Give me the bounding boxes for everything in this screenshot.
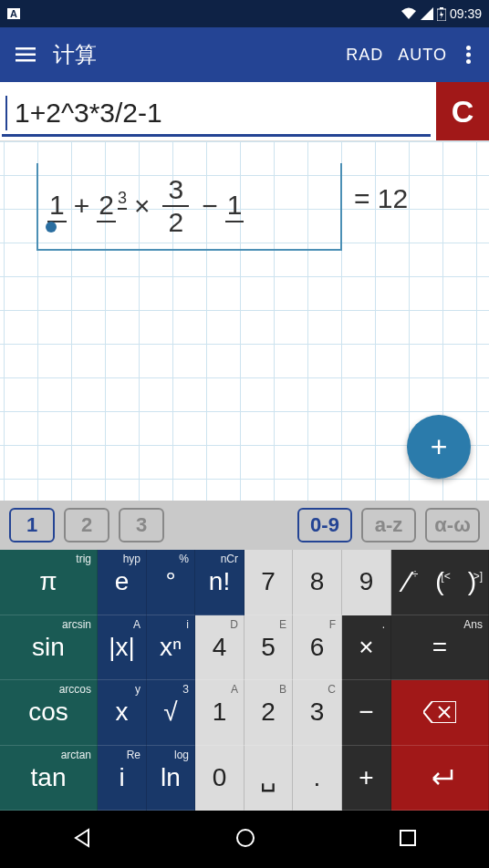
key-3[interactable]: C3 <box>293 680 342 746</box>
input-row: 1+2^3*3/2-1 C <box>0 82 489 141</box>
svg-rect-2 <box>16 47 36 50</box>
back-button[interactable] <box>72 828 92 852</box>
signal-icon <box>421 7 433 20</box>
svg-rect-9 <box>401 831 415 845</box>
enter-icon <box>426 768 453 788</box>
key-5[interactable]: E5 <box>244 615 293 681</box>
auto-mode-button[interactable]: AUTO <box>390 46 454 65</box>
key-minus[interactable]: − <box>342 680 391 746</box>
key-cos[interactable]: arccoscos <box>0 680 98 746</box>
angle-mode-button[interactable]: RAD <box>338 46 390 65</box>
key-div-paren[interactable]: ÷∕ [<( >]) <box>391 550 489 615</box>
svg-point-7 <box>466 59 471 64</box>
key-enter[interactable] <box>391 746 489 811</box>
key-backspace[interactable] <box>391 680 489 746</box>
page-chip-1[interactable]: 1 <box>9 508 55 542</box>
mode-chip-greek[interactable]: α-ω <box>425 508 480 542</box>
mode-chip-alpha[interactable]: a-z <box>361 508 416 542</box>
term-b: 2 <box>97 190 116 222</box>
key-2[interactable]: B2 <box>244 680 293 746</box>
op-times: × <box>134 191 151 222</box>
key-mul[interactable]: .× <box>342 615 391 681</box>
svg-point-5 <box>466 46 471 50</box>
equation-display[interactable]: 1 + 2 3 × 3 2 − 1 <box>36 163 342 251</box>
backspace-icon <box>423 701 456 723</box>
mode-chip-num[interactable]: 0-9 <box>297 508 352 542</box>
key-sqrt[interactable]: 3√ <box>147 680 195 746</box>
app-bar: 计算 RAD AUTO <box>0 27 489 82</box>
workspace[interactable]: 1 + 2 3 × 3 2 − 1 = 12 + <box>0 141 489 501</box>
fraction: 3 2 <box>162 174 189 238</box>
key-7[interactable]: 7 <box>244 550 293 615</box>
more-icon[interactable] <box>454 36 482 73</box>
page-chip-3[interactable]: 3 <box>119 508 164 542</box>
home-button[interactable] <box>235 828 255 852</box>
term-exp: 3 <box>118 189 127 210</box>
svg-point-8 <box>237 830 254 846</box>
key-abs[interactable]: A|x| <box>98 615 147 681</box>
page-chip-2[interactable]: 2 <box>64 508 109 542</box>
op-minus: − <box>202 191 218 222</box>
expression-input[interactable]: 1+2^3*3/2-1 <box>2 91 431 137</box>
result: = 12 <box>354 183 408 214</box>
nav-bar <box>0 811 489 868</box>
key-9[interactable]: 9 <box>342 550 391 615</box>
term-c: 1 <box>225 190 244 222</box>
svg-point-6 <box>466 53 471 57</box>
key-ln[interactable]: logln <box>147 746 195 811</box>
key-deg[interactable]: %° <box>147 550 195 615</box>
menu-icon[interactable] <box>7 36 44 73</box>
key-1[interactable]: A1 <box>195 680 244 746</box>
chip-row: 1 2 3 0-9 a-z α-ω <box>0 501 489 550</box>
add-button[interactable]: + <box>407 415 471 479</box>
key-sin[interactable]: arcsinsin <box>0 615 98 681</box>
key-i[interactable]: Rei <box>98 746 147 811</box>
svg-rect-1 <box>440 7 443 9</box>
key-0[interactable]: 0 <box>195 746 244 811</box>
handle-icon[interactable] <box>46 222 57 232</box>
term-a: 1 <box>47 190 67 222</box>
key-6[interactable]: F6 <box>293 615 342 681</box>
key-4[interactable]: D4 <box>195 615 244 681</box>
op-plus: + <box>74 191 90 222</box>
key-8[interactable]: 8 <box>293 550 342 615</box>
key-e[interactable]: hype <box>98 550 147 615</box>
key-dot[interactable]: . <box>293 746 342 811</box>
status-bar: A 09:39 <box>0 0 489 27</box>
page-title: 计算 <box>53 40 338 69</box>
key-factorial[interactable]: nCrn! <box>195 550 244 615</box>
keyboard-indicator-icon: A <box>7 8 20 19</box>
key-eq[interactable]: Ans= <box>391 615 489 681</box>
keyboard: trigπ hype %° nCrn! 7 8 9 ÷∕ [<( >]) arc… <box>0 550 489 811</box>
wifi-icon <box>401 7 417 20</box>
battery-icon <box>437 7 446 21</box>
key-x[interactable]: yx <box>98 680 147 746</box>
key-plus[interactable]: + <box>342 746 391 811</box>
svg-rect-3 <box>16 54 36 57</box>
key-pi[interactable]: trigπ <box>0 550 98 615</box>
key-space[interactable]: ␣ <box>244 746 293 811</box>
key-tan[interactable]: arctantan <box>0 746 98 811</box>
svg-rect-4 <box>16 59 36 62</box>
clear-button[interactable]: C <box>436 82 489 140</box>
key-pow[interactable]: ixⁿ <box>147 615 195 681</box>
status-time: 09:39 <box>450 6 482 21</box>
recent-button[interactable] <box>399 829 417 851</box>
